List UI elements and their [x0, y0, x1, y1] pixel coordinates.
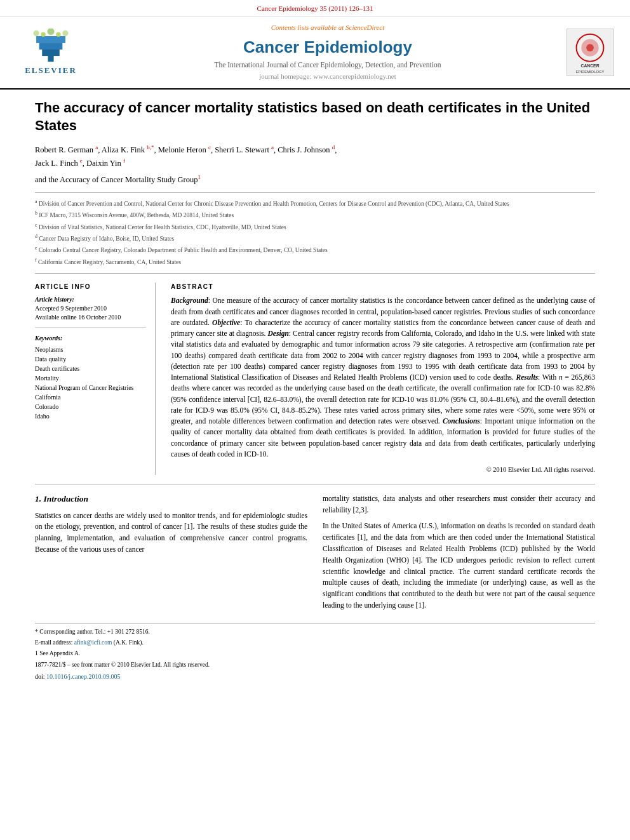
main-content: The accuracy of cancer mortality statist…: [0, 90, 630, 696]
article-title: The accuracy of cancer mortality statist…: [35, 99, 595, 135]
footnotes: * Corresponding author. Tel.: +1 301 272…: [35, 623, 595, 681]
affiliation-b: b ICF Macro, 7315 Wisconsin Avenue, 400W…: [35, 210, 595, 220]
svg-point-7: [41, 32, 45, 36]
email-label: E-mail address:: [35, 639, 74, 646]
journal-header: ELSEVIER Contents lists available at Sci…: [0, 17, 630, 89]
elsevier-logo-area: ELSEVIER: [13, 29, 89, 76]
cancer-epi-logo-graphic: CANCER EPIDEMIOLOGY: [567, 29, 613, 76]
article-history-label: Article history:: [35, 295, 146, 304]
article-history: Article history: Accepted 9 September 20…: [35, 295, 146, 328]
intro-number: 1.: [35, 494, 41, 503]
elsevier-wordmark: ELSEVIER: [25, 65, 77, 76]
article-info-label: ARTICLE INFO: [35, 283, 146, 291]
keyword-colorado: Colorado: [35, 403, 146, 411]
elsevier-logo: ELSEVIER: [13, 29, 89, 76]
available-date: Available online 16 October 2010: [35, 313, 146, 322]
affiliation-a: a Division of Cancer Prevention and Cont…: [35, 198, 595, 208]
svg-text:CANCER: CANCER: [580, 63, 599, 68]
cancer-epi-logo-area: CANCER EPIDEMIOLOGY: [566, 29, 617, 76]
author-johnson: Chris J. Johnson d: [278, 145, 335, 154]
keywords-section: Keywords: Neoplasms Data quality Death c…: [35, 334, 146, 421]
affiliations: a Division of Cancer Prevention and Cont…: [35, 192, 595, 274]
keyword-california: California: [35, 393, 146, 402]
keyword-data-quality: Data quality: [35, 355, 146, 364]
affiliation-c: c Division of Vital Statistics, National…: [35, 222, 595, 232]
svg-point-5: [48, 29, 55, 35]
abstract-text: Background: One measure of the accuracy …: [171, 295, 595, 475]
keyword-npcr: National Program of Cancer Registries: [35, 383, 146, 392]
intro-para-1: Statistics on cancer deaths are widely u…: [35, 510, 307, 556]
author-stewart: Sherri L. Stewart a: [215, 145, 274, 154]
keyword-neoplasms: Neoplasms: [35, 345, 146, 354]
svg-text:EPIDEMIOLOGY: EPIDEMIOLOGY: [576, 70, 605, 74]
section-divider: [35, 484, 595, 484]
abstract-label: ABSTRACT: [171, 283, 595, 291]
email-address: E-mail address: afink@icfi.com (A.K. Fin…: [35, 638, 595, 647]
elsevier-tree-icon: [29, 29, 73, 63]
authors-line: Robert R. German a, Aliza K. Fink b,*, M…: [35, 143, 595, 170]
doi-value[interactable]: 10.1016/j.canep.2010.09.005: [46, 673, 120, 680]
journal-title: Cancer Epidemiology: [95, 36, 560, 58]
svg-point-8: [56, 32, 60, 36]
journal-subtitle: The International Journal of Cancer Epid…: [95, 60, 560, 70]
intro-right-text: mortality statistics, data analysts and …: [323, 493, 595, 611]
results-label: Results: [516, 373, 539, 381]
author-heron: Melonie Heron c: [158, 145, 211, 154]
intro-para-2: mortality statistics, data analysts and …: [323, 493, 595, 516]
svg-rect-1: [42, 49, 60, 56]
intro-right-column: mortality statistics, data analysts and …: [323, 493, 595, 617]
keywords-label: Keywords:: [35, 334, 146, 343]
journal-homepage: journal homepage: www.cancerepidemiology…: [95, 72, 560, 81]
design-label: Design: [268, 330, 289, 337]
svg-point-6: [62, 30, 68, 36]
svg-rect-3: [36, 36, 65, 43]
abstract-background: Background: One measure of the accuracy …: [171, 295, 595, 460]
cancer-epi-logo: CANCER EPIDEMIOLOGY: [566, 29, 614, 76]
introduction-section: 1. Introduction Statistics on cancer dea…: [35, 493, 595, 617]
svg-point-4: [34, 30, 39, 36]
author-finch: Jack L. Finch e: [35, 159, 83, 168]
and-text: and the Accuracy of Cancer Mortality Stu…: [35, 175, 201, 184]
article-info-column: ARTICLE INFO Article history: Accepted 9…: [35, 283, 156, 475]
keyword-mortality: Mortality: [35, 374, 146, 383]
article-info-abstract: ARTICLE INFO Article history: Accepted 9…: [35, 283, 595, 475]
affiliation-f: f California Cancer Registry, Sacramento…: [35, 257, 595, 267]
sciencedirect-label: Contents lists available at ScienceDirec…: [95, 23, 560, 32]
intro-title: 1. Introduction: [35, 493, 307, 505]
intro-para-3: In the United States of America (U.S.), …: [323, 521, 595, 611]
objective-label: Objective: [212, 319, 240, 326]
study-group-line: and the Accuracy of Cancer Mortality Stu…: [35, 173, 595, 186]
sciencedirect-link-text[interactable]: ScienceDirect: [345, 23, 384, 31]
journal-title-area: Contents lists available at ScienceDirec…: [95, 23, 560, 81]
background-label: Background: [171, 297, 208, 304]
top-bar: Cancer Epidemiology 35 (2011) 126–131: [0, 0, 630, 17]
intro-left-text: Statistics on cancer deaths are widely u…: [35, 510, 307, 556]
copyright-text: © 2010 Elsevier Ltd. All rights reserved…: [171, 465, 595, 475]
author-yin: Daixin Yin f: [86, 159, 125, 168]
intro-label: Introduction: [44, 494, 89, 503]
affiliation-d: d Cancer Data Registry of Idaho, Boise, …: [35, 233, 595, 243]
doi-label: doi:: [35, 673, 45, 680]
keyword-idaho: Idaho: [35, 412, 146, 421]
doi-line: doi: 10.1016/j.canep.2010.09.005: [35, 672, 595, 681]
author-fink: Aliza K. Fink b,*: [102, 145, 154, 154]
conclusions-label: Conclusions: [443, 417, 480, 425]
email-attribution: (A.K. Fink).: [114, 639, 144, 646]
keywords-list: Neoplasms Data quality Death certificate…: [35, 345, 146, 421]
contents-label: Contents lists available at: [271, 23, 344, 31]
keyword-death-certs: Death certificates: [35, 364, 146, 373]
abstract-column: ABSTRACT Background: One measure of the …: [171, 283, 595, 475]
svg-point-12: [586, 44, 594, 51]
citation-text: Cancer Epidemiology 35 (2011) 126–131: [257, 4, 373, 12]
svg-rect-2: [39, 43, 63, 50]
intro-left-column: 1. Introduction Statistics on cancer dea…: [35, 493, 307, 617]
issn-line: 1877-7821/$ – see front matter © 2010 El…: [35, 660, 595, 669]
author-german: Robert R. German a: [35, 145, 98, 154]
see-appendix: 1 See Appendix A.: [35, 649, 595, 658]
accepted-date: Accepted 9 September 2010: [35, 304, 146, 313]
email-link[interactable]: afink@icfi.com: [74, 639, 112, 646]
affiliation-e: e Colorado Central Cancer Registry, Colo…: [35, 244, 595, 255]
corresponding-author: * Corresponding author. Tel.: +1 301 272…: [35, 627, 595, 636]
